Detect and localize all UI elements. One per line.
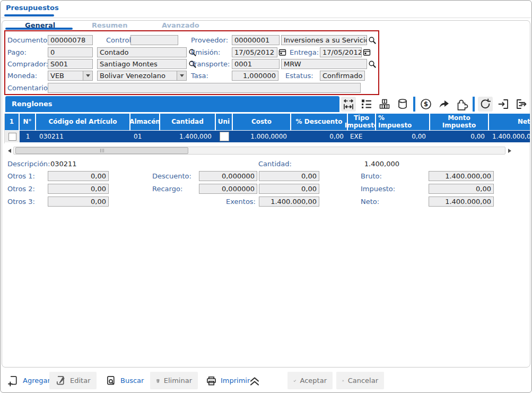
comentario-field[interactable] bbox=[48, 83, 361, 93]
impuesto-field[interactable]: 0,00 bbox=[429, 184, 494, 194]
pago-code-field[interactable]: 0 bbox=[48, 47, 93, 57]
grid-row-selected[interactable]: 1 030211 01 1.400,000 1.000,0000 0,00 EX… bbox=[5, 131, 530, 142]
cell-pct-impuesto[interactable]: 0,00 bbox=[376, 131, 430, 142]
transporte-name-field[interactable]: MRW bbox=[281, 59, 367, 69]
estatus-label: Estatus: bbox=[285, 71, 313, 81]
descuento-monto-field[interactable]: 0,00 bbox=[259, 171, 319, 181]
tasa-field[interactable]: 1,000000 bbox=[232, 71, 278, 81]
grid-header-almacen[interactable]: Almacén bbox=[130, 114, 160, 130]
estatus-field[interactable]: Confirmado bbox=[320, 71, 365, 81]
entrega-calendar-icon[interactable] bbox=[362, 48, 371, 57]
pago-name-field[interactable]: Contado bbox=[97, 47, 187, 57]
scrollbar-track[interactable] bbox=[13, 147, 505, 155]
window-title-underline bbox=[4, 14, 54, 16]
plugin-puzzle-icon[interactable] bbox=[455, 97, 469, 112]
otros1-field[interactable]: 0,00 bbox=[48, 171, 109, 181]
cell-almacen[interactable]: 01 bbox=[130, 131, 160, 142]
cell-uni[interactable] bbox=[216, 131, 233, 142]
entrega-label: Entrega: bbox=[290, 47, 319, 57]
cell-descuento[interactable]: 0,00 bbox=[291, 131, 348, 142]
database-icon[interactable] bbox=[395, 97, 410, 112]
moneda-code-dropdown-button[interactable] bbox=[83, 71, 92, 80]
cell-cantidad[interactable]: 1.400,000 bbox=[160, 131, 216, 142]
grid-header-numero[interactable]: N° bbox=[20, 114, 36, 130]
recargo-monto-field[interactable]: 0,00 bbox=[259, 184, 319, 194]
cell-neto[interactable]: 1.400.000,00 bbox=[489, 131, 530, 142]
tasa-label: Tasa: bbox=[191, 71, 208, 81]
row-select-checkbox[interactable] bbox=[8, 133, 16, 141]
otros2-field[interactable]: 0,00 bbox=[48, 184, 109, 194]
scroll-left-arrow[interactable] bbox=[5, 147, 13, 155]
agregar-label: Agregar bbox=[23, 377, 50, 385]
grid-header-cantidad[interactable]: Cantidad bbox=[160, 114, 216, 130]
grid-horizontal-scrollbar[interactable] bbox=[5, 146, 513, 155]
emision-field[interactable]: 17/05/2012 bbox=[232, 47, 277, 57]
cell-tipo-impuesto[interactable]: EXE bbox=[348, 131, 376, 142]
comprador-code-field[interactable]: S001 bbox=[48, 59, 93, 69]
grid-header-sel[interactable]: 1 bbox=[5, 114, 20, 130]
search-document-icon bbox=[106, 375, 117, 387]
packages-icon[interactable] bbox=[377, 97, 392, 112]
moneda-name-dropdown-button[interactable] bbox=[177, 71, 186, 80]
emision-calendar-icon[interactable] bbox=[278, 48, 287, 57]
list-details-icon[interactable] bbox=[359, 97, 374, 112]
proveedor-label: Proveedor: bbox=[191, 35, 228, 45]
documento-field[interactable]: 00000078 bbox=[48, 35, 93, 45]
exentos-field[interactable]: 1.400.000,00 bbox=[259, 196, 319, 207]
grid-header-costo[interactable]: Costo bbox=[233, 114, 291, 130]
recargo-pct-field[interactable]: 0,000000 bbox=[199, 184, 257, 194]
moneda-name-select[interactable]: Bolivar Venezolano bbox=[97, 71, 187, 81]
agregar-button[interactable]: Agregar bbox=[2, 372, 56, 389]
svg-text:$: $ bbox=[424, 100, 428, 108]
collapse-toolbar-button[interactable] bbox=[246, 372, 263, 389]
buscar-button[interactable]: Buscar bbox=[100, 372, 150, 389]
currency-dollar-icon[interactable]: $ bbox=[418, 97, 433, 112]
row-select-cell[interactable] bbox=[5, 131, 20, 142]
thumb-grip bbox=[102, 149, 102, 152]
cell-codigo[interactable]: 030211 bbox=[36, 131, 130, 142]
thumb-grip bbox=[100, 149, 101, 152]
transporte-search-icon[interactable] bbox=[368, 59, 377, 69]
bruto-field[interactable]: 1.400.000,00 bbox=[429, 171, 494, 181]
comprador-name-field[interactable]: Santiago Montes bbox=[97, 59, 187, 69]
moneda-code-select[interactable]: VEB bbox=[48, 71, 93, 81]
documento-label: Documento: bbox=[7, 35, 50, 45]
editar-button[interactable]: Editar bbox=[49, 372, 97, 389]
grid-header-codigo[interactable]: Código del Artículo bbox=[36, 114, 130, 130]
grid-header-monto-impuesto[interactable]: Monto Impuesto bbox=[430, 114, 489, 130]
export-icon[interactable] bbox=[514, 97, 529, 112]
grid-header-tipo-impuesto[interactable]: Tipo Impuesto bbox=[348, 114, 376, 130]
otros3-field[interactable]: 0,00 bbox=[48, 196, 109, 207]
proveedor-search-icon[interactable] bbox=[368, 36, 377, 45]
descuento-pct-field[interactable]: 0,000000 bbox=[199, 171, 257, 181]
autofit-columns-icon[interactable] bbox=[341, 97, 356, 112]
grid-header-neto[interactable]: Neto bbox=[489, 114, 530, 130]
add-document-icon bbox=[8, 375, 19, 387]
cell-monto-impuesto[interactable]: 0,00 bbox=[430, 131, 489, 142]
proveedor-name-field[interactable]: Inversiones a su Servicio bbox=[281, 35, 367, 45]
forward-arrow-icon[interactable] bbox=[437, 97, 451, 112]
refresh-icon[interactable] bbox=[478, 97, 493, 112]
cell-numero[interactable]: 1 bbox=[20, 131, 36, 142]
scroll-right-arrow[interactable] bbox=[505, 147, 513, 155]
grid-header-descuento[interactable]: % Descuento bbox=[291, 114, 348, 130]
neto-field[interactable]: 1.400.000,00 bbox=[429, 196, 494, 207]
proveedor-code-field[interactable]: 00000001 bbox=[232, 35, 280, 45]
thumb-grip bbox=[103, 149, 104, 152]
aceptar-button[interactable]: Aceptar bbox=[287, 372, 333, 389]
scrollbar-thumb[interactable] bbox=[15, 147, 188, 154]
trash-icon bbox=[156, 375, 160, 387]
transporte-code-field[interactable]: 0001 bbox=[232, 59, 280, 69]
entrega-field[interactable]: 17/05/2012 bbox=[320, 47, 362, 57]
tab-resumen[interactable]: Resumen bbox=[92, 21, 127, 29]
tab-avanzado[interactable]: Avanzado bbox=[162, 21, 199, 29]
window-title[interactable]: Presupuestos bbox=[6, 4, 59, 12]
cancelar-button[interactable]: Cancelar bbox=[336, 372, 384, 389]
cell-costo[interactable]: 1.000,0000 bbox=[233, 131, 291, 142]
import-icon[interactable] bbox=[496, 97, 511, 112]
uni-checkbox[interactable] bbox=[220, 132, 229, 141]
control-field[interactable] bbox=[130, 35, 178, 45]
eliminar-button[interactable]: Eliminar bbox=[150, 372, 198, 389]
grid-header-uni[interactable]: Uni bbox=[216, 114, 233, 130]
grid-header-pct-impuesto[interactable]: % Impuesto bbox=[376, 114, 430, 130]
